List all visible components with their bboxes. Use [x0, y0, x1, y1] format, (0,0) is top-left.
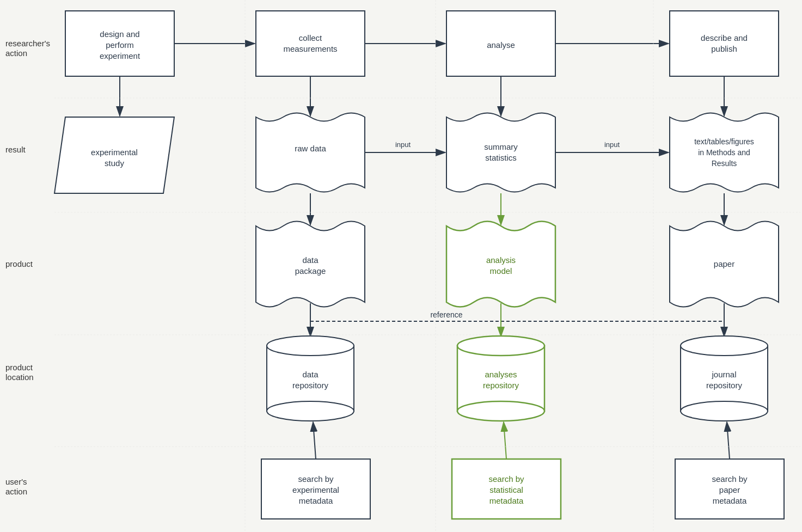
svg-text:experimental: experimental [292, 485, 339, 494]
svg-text:perform: perform [106, 40, 134, 50]
svg-rect-15 [256, 11, 365, 76]
svg-rect-61 [457, 346, 544, 411]
svg-rect-20 [670, 11, 779, 76]
svg-text:journal: journal [711, 370, 736, 379]
svg-text:publish: publish [711, 44, 737, 53]
svg-text:analysis: analysis [486, 255, 516, 265]
svg-text:repository: repository [706, 381, 742, 390]
diagram-svg: researcher's action result product produ… [0, 0, 802, 532]
diagram-container: researcher's action result product produ… [0, 0, 802, 532]
svg-marker-26 [54, 117, 174, 193]
svg-text:describe and: describe and [701, 33, 748, 42]
svg-text:statistical: statistical [489, 485, 523, 494]
svg-point-63 [457, 401, 544, 421]
svg-rect-66 [681, 346, 768, 411]
svg-line-84 [504, 422, 506, 459]
svg-text:search by: search by [712, 474, 748, 484]
svg-point-68 [681, 401, 768, 421]
svg-text:design and: design and [100, 29, 139, 39]
svg-text:study: study [105, 158, 124, 168]
svg-text:metadata: metadata [713, 496, 747, 505]
svg-text:action: action [5, 487, 27, 496]
svg-text:action: action [5, 48, 27, 58]
svg-text:text/tables/figures: text/tables/figures [694, 137, 754, 146]
svg-text:model: model [490, 266, 512, 276]
svg-text:search by: search by [298, 474, 334, 484]
svg-point-67 [681, 336, 768, 356]
svg-text:metadata: metadata [299, 496, 333, 505]
svg-text:paper: paper [719, 485, 740, 494]
svg-line-85 [727, 422, 730, 459]
svg-text:Results: Results [712, 159, 737, 168]
svg-text:repository: repository [292, 381, 328, 390]
svg-text:product: product [5, 259, 33, 268]
svg-rect-11 [65, 11, 174, 76]
svg-text:repository: repository [483, 381, 519, 390]
svg-text:researcher's: researcher's [5, 39, 50, 48]
svg-text:in Methods and: in Methods and [698, 148, 750, 157]
svg-text:package: package [295, 266, 326, 276]
svg-text:raw data: raw data [295, 144, 326, 153]
svg-text:search by: search by [488, 474, 524, 484]
svg-text:experiment: experiment [100, 51, 140, 60]
svg-rect-56 [267, 346, 354, 411]
svg-rect-75 [452, 459, 561, 519]
svg-text:reference: reference [430, 310, 462, 319]
svg-rect-18 [446, 11, 555, 76]
svg-text:summary: summary [484, 142, 518, 151]
svg-text:collect: collect [299, 33, 322, 42]
svg-line-83 [313, 422, 316, 459]
svg-text:input: input [604, 140, 620, 149]
svg-text:product: product [5, 363, 33, 372]
svg-text:data: data [302, 255, 319, 265]
svg-text:user's: user's [5, 477, 27, 486]
svg-text:metadata: metadata [489, 496, 524, 505]
svg-text:data: data [302, 370, 319, 379]
svg-point-57 [267, 336, 354, 356]
svg-text:statistics: statistics [485, 153, 517, 162]
svg-text:paper: paper [714, 259, 734, 268]
svg-text:analyses: analyses [485, 370, 517, 379]
svg-text:measurements: measurements [283, 44, 337, 53]
svg-text:location: location [5, 372, 34, 382]
svg-rect-71 [261, 459, 370, 519]
svg-text:experimental: experimental [91, 148, 138, 157]
svg-text:result: result [5, 145, 26, 154]
svg-point-62 [457, 336, 544, 356]
svg-text:input: input [395, 140, 411, 149]
svg-rect-79 [675, 459, 784, 519]
svg-point-58 [267, 401, 354, 421]
svg-text:analyse: analyse [487, 40, 515, 50]
